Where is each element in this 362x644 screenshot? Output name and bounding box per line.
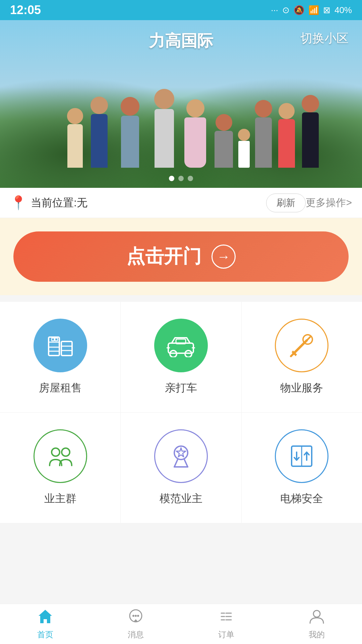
svg-point-19: [52, 448, 60, 456]
grid-item-house-rent[interactable]: 房屋租售: [0, 302, 121, 412]
feature-grid: 房屋租售 亲打车: [0, 302, 362, 523]
house-rent-label: 房屋租售: [39, 381, 82, 395]
wrench-icon: [288, 332, 315, 359]
property-icon-circle: [275, 319, 328, 372]
more-ops-button[interactable]: 更多操作>: [306, 196, 352, 210]
mute-icon: 🔕: [294, 5, 304, 15]
owner-group-icon-circle: [34, 429, 87, 483]
order-icon: [218, 608, 235, 627]
hero-title: 力高国际: [149, 30, 213, 52]
svg-line-24: [184, 460, 188, 467]
award-icon: [168, 443, 194, 470]
svg-point-30: [135, 615, 137, 617]
car-icon: [167, 334, 195, 357]
grid-item-car[interactable]: 亲打车: [121, 302, 241, 412]
data-icon: ⊠: [323, 5, 330, 15]
location-bar: 📍 当前位置:无 刷新 更多操作>: [0, 188, 362, 218]
hero-dots: [169, 176, 193, 181]
order-nav-label: 订单: [218, 629, 234, 640]
arrow-symbol: →: [217, 249, 230, 264]
nav-item-order[interactable]: 订单: [181, 604, 272, 644]
building-icon: [47, 332, 74, 359]
mine-nav-label: 我的: [309, 629, 325, 640]
status-icons: ··· ⊙ 🔕 📶 ⊠ 40%: [271, 5, 352, 15]
status-time: 12:05: [10, 3, 41, 17]
nav-item-mine[interactable]: 我的: [272, 604, 362, 644]
svg-point-31: [137, 615, 139, 617]
owner-group-label: 业主群: [44, 491, 76, 506]
signal-icon: ···: [271, 5, 278, 15]
hero-people-group: [64, 47, 298, 168]
hero-switch-button[interactable]: 切换小区: [300, 30, 349, 47]
bottom-nav: 首页 消息 订单: [0, 604, 362, 644]
grid-row-2: 业主群 模范业主: [0, 413, 362, 523]
message-nav-label: 消息: [128, 629, 144, 640]
home-icon: [37, 608, 54, 627]
location-status-icon: ⊙: [282, 5, 290, 15]
model-owner-label: 模范业主: [160, 491, 202, 506]
model-owner-icon-circle: [154, 429, 208, 483]
car-icon-circle: [154, 319, 208, 372]
grid-item-model-owner[interactable]: 模范业主: [121, 413, 241, 523]
open-door-button[interactable]: 点击开门 →: [13, 231, 349, 282]
mine-icon: [308, 608, 325, 627]
open-door-arrow-icon: →: [212, 245, 236, 269]
svg-rect-9: [168, 343, 193, 353]
dot-3: [188, 176, 193, 181]
elevator-label: 电梯安全: [280, 491, 323, 506]
home-nav-label: 首页: [37, 629, 53, 640]
message-icon: [127, 608, 144, 627]
status-bar: 12:05 ··· ⊙ 🔕 📶 ⊠ 40%: [0, 0, 362, 20]
battery-level: 40%: [335, 5, 352, 15]
open-door-section: 点击开门 →: [0, 218, 362, 295]
grid-item-owner-group[interactable]: 业主群: [0, 413, 121, 523]
location-text: 当前位置:无: [31, 196, 263, 210]
svg-line-23: [174, 460, 178, 467]
people-icon: [47, 443, 74, 470]
svg-rect-1: [61, 341, 72, 356]
wifi-icon: 📶: [308, 5, 319, 15]
grid-item-elevator[interactable]: 电梯安全: [242, 413, 362, 523]
property-label: 物业服务: [280, 381, 323, 395]
svg-point-20: [62, 448, 70, 456]
dot-2: [178, 176, 184, 181]
elevator-icon: [288, 443, 315, 470]
nav-item-message[interactable]: 消息: [90, 604, 181, 644]
open-door-label: 点击开门: [126, 244, 201, 269]
refresh-button[interactable]: 刷新: [266, 194, 306, 212]
dot-1: [169, 176, 174, 181]
car-label: 亲打车: [165, 381, 197, 395]
hero-banner: 力高国际 切换小区: [0, 20, 362, 188]
svg-line-18: [291, 353, 294, 356]
house-rent-icon-circle: [34, 319, 87, 372]
svg-rect-6: [55, 338, 58, 341]
grid-item-property[interactable]: 物业服务: [242, 302, 362, 412]
svg-rect-5: [52, 338, 54, 341]
svg-line-17: [307, 337, 310, 340]
nav-item-home[interactable]: 首页: [0, 604, 90, 644]
svg-point-29: [132, 615, 134, 617]
grid-row-1: 房屋租售 亲打车: [0, 302, 362, 413]
elevator-icon-circle: [275, 429, 328, 483]
svg-point-38: [313, 610, 320, 617]
location-pin-icon: 📍: [10, 195, 27, 211]
svg-marker-22: [176, 448, 186, 457]
